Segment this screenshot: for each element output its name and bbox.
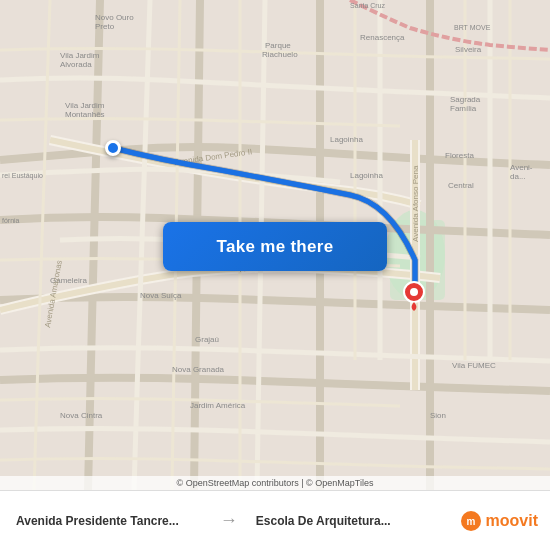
svg-text:Montanhês: Montanhês [65,110,105,119]
moovit-logo: m moovit [454,510,550,532]
svg-text:rei Eustáquio: rei Eustáquio [2,172,43,180]
origin-section: Avenida Presidente Tancre... [0,514,214,528]
svg-text:Vila Jardim: Vila Jardim [65,101,105,110]
svg-text:Novo Ouro: Novo Ouro [95,13,134,22]
svg-text:Sion: Sion [430,411,446,420]
svg-point-39 [410,288,418,296]
svg-text:m: m [466,516,475,527]
svg-text:da...: da... [510,172,526,181]
origin-marker [105,140,121,156]
svg-text:Nova Cintra: Nova Cintra [60,411,103,420]
svg-text:BRT MOVE: BRT MOVE [454,24,491,31]
svg-text:fórnia: fórnia [2,217,20,224]
svg-text:Lagoinha: Lagoinha [330,135,363,144]
svg-text:Vila Jardim: Vila Jardim [60,51,100,60]
arrow-divider: → [214,510,244,531]
destination-place-name: Escola De Arquitetura... [256,514,442,528]
destination-section: Escola De Arquitetura... [244,514,454,528]
svg-text:Lagoinha: Lagoinha [350,171,383,180]
svg-text:Sagrada: Sagrada [450,95,481,104]
svg-text:Grajaú: Grajaú [195,335,219,344]
svg-text:Alvorada: Alvorada [60,60,92,69]
svg-text:Família: Família [450,104,477,113]
origin-place-name: Avenida Presidente Tancre... [16,514,202,528]
moovit-text: moovit [486,512,538,530]
svg-text:Preto: Preto [95,22,115,31]
svg-text:Nova Suíça: Nova Suíça [140,291,182,300]
svg-text:Renascença: Renascença [360,33,405,42]
osm-attribution: © OpenStreetMap contributors | © OpenMap… [0,476,550,490]
svg-text:Central: Central [448,181,474,190]
map-container: Novo Ouro Preto Vila Jardim Alvorada Vil… [0,0,550,490]
svg-text:Nova Granada: Nova Granada [172,365,225,374]
take-me-there-button[interactable]: Take me there [163,222,387,271]
svg-text:Avenida Afonso Pena: Avenida Afonso Pena [411,165,420,242]
svg-text:Jardim América: Jardim América [190,401,246,410]
svg-text:Riachuelo: Riachuelo [262,50,298,59]
svg-text:Floresta: Floresta [445,151,474,160]
svg-text:Silveira: Silveira [455,45,482,54]
destination-marker [403,281,425,311]
svg-text:Vila FUMEC: Vila FUMEC [452,361,496,370]
svg-text:Aveni-: Aveni- [510,163,533,172]
svg-text:Parque: Parque [265,41,291,50]
svg-text:Santa Cruz: Santa Cruz [350,2,386,9]
bottom-bar: Avenida Presidente Tancre... → Escola De… [0,490,550,550]
